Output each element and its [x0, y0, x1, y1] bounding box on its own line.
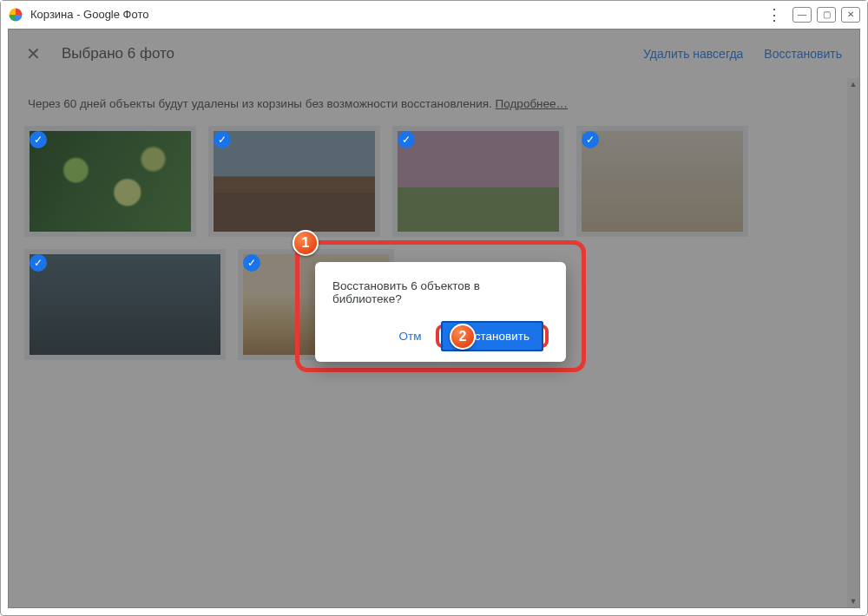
google-photos-icon — [8, 7, 23, 23]
selection-title: Выбрано 6 фото — [62, 45, 622, 62]
dialog-message: Восстановить 6 объектов в библиотеке? — [332, 279, 549, 305]
vertical-scrollbar[interactable]: ▲ ▼ — [847, 78, 859, 607]
close-selection-icon[interactable]: ✕ — [26, 43, 41, 64]
window-title: Корзина - Google Фото — [30, 8, 766, 21]
photo-thumbnail[interactable]: ✓ — [24, 249, 226, 360]
cancel-button[interactable]: Отм — [391, 323, 431, 350]
selection-bar: ✕ Выбрано 6 фото Удалить навсегда Восста… — [9, 29, 859, 78]
annotation-badge-2: 2 — [450, 324, 476, 350]
trash-notice: Через 60 дней объекты будут удалены из к… — [24, 88, 844, 126]
checkmark-icon[interactable]: ✓ — [30, 131, 47, 148]
photo-thumbnail[interactable]: ✓ — [576, 126, 748, 237]
minimize-button[interactable]: — — [792, 7, 812, 23]
checkmark-icon[interactable]: ✓ — [214, 131, 231, 148]
learn-more-link[interactable]: Подробнее… — [496, 97, 569, 110]
kebab-menu-icon[interactable]: ⋮ — [766, 7, 782, 23]
notice-text: Через 60 дней объекты будут удалены из к… — [28, 97, 496, 110]
photo-thumbnail[interactable]: ✓ — [24, 126, 196, 237]
dialog-actions: Отм Восстановить — [332, 323, 549, 350]
checkmark-icon[interactable]: ✓ — [398, 131, 415, 148]
title-bar: Корзина - Google Фото ⋮ — ▢ ✕ — [1, 1, 867, 29]
checkmark-icon[interactable]: ✓ — [30, 254, 47, 272]
close-window-button[interactable]: ✕ — [841, 7, 860, 23]
delete-forever-button[interactable]: Удалить навсегда — [643, 47, 743, 61]
checkmark-icon[interactable]: ✓ — [582, 131, 599, 148]
window-controls: — ▢ ✕ — [792, 7, 860, 23]
photo-thumbnail[interactable]: ✓ — [208, 126, 380, 237]
annotation-highlight-box: Восстановить 6 объектов в библиотеке? От… — [295, 240, 586, 372]
window-frame: Корзина - Google Фото ⋮ — ▢ ✕ ✕ Выбрано … — [0, 0, 868, 616]
restore-dialog: Восстановить 6 объектов в библиотеке? От… — [315, 262, 566, 362]
restore-button[interactable]: Восстановить — [764, 47, 842, 61]
scroll-up-icon[interactable]: ▲ — [847, 78, 859, 90]
photo-thumbnail[interactable]: ✓ — [392, 126, 564, 237]
scroll-down-icon[interactable]: ▼ — [847, 595, 859, 607]
annotation-badge-1: 1 — [293, 230, 319, 256]
checkmark-icon[interactable]: ✓ — [243, 254, 260, 272]
maximize-button[interactable]: ▢ — [817, 7, 836, 23]
